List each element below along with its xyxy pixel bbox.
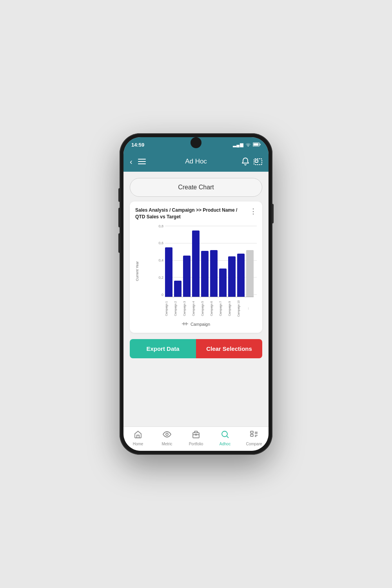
nav-right-actions (242, 158, 262, 165)
x-axis-label: Campaign 4 (192, 299, 200, 318)
tab-adhoc-label: Adhoc (220, 442, 230, 446)
x-axis-label: Campaign 10 (237, 299, 245, 318)
x-axis-label: Campaign 7 (219, 299, 227, 318)
camera-notch (191, 137, 201, 148)
legend-label: Campaign (191, 322, 210, 327)
bar-item[interactable] (228, 224, 236, 297)
notification-button[interactable] (242, 158, 249, 165)
svg-rect-16 (250, 431, 253, 433)
x-axis-label: Campaign 5 (201, 299, 209, 318)
bar-item[interactable] (219, 224, 227, 297)
export-data-button[interactable]: Export Data (130, 339, 196, 358)
x-axis-label: Campaign 1 (165, 299, 172, 318)
phone-frame: 14:59 ▂▄▆ (120, 133, 272, 455)
tab-metric-label: Metric (162, 442, 172, 446)
bar-item[interactable] (210, 224, 218, 297)
x-axis-label: ... (246, 299, 254, 318)
menu-button[interactable] (138, 159, 146, 164)
volume-up-btn[interactable] (118, 188, 120, 202)
power-btn[interactable] (272, 204, 274, 223)
svg-line-15 (227, 436, 229, 438)
y-axis-label: Current Year (135, 224, 139, 318)
svg-point-14 (222, 431, 227, 437)
tab-portfolio[interactable]: Portfolio (181, 430, 211, 446)
create-chart-button[interactable]: Create Chart (130, 178, 262, 197)
bar-item[interactable] (165, 224, 172, 297)
tab-metric[interactable]: Metric (152, 430, 181, 446)
wifi-icon (245, 142, 251, 148)
eye-icon (163, 430, 171, 441)
screenshot-button[interactable] (254, 158, 262, 165)
clear-selections-button[interactable]: Clear Selections (196, 339, 262, 358)
tab-home[interactable]: Home (123, 430, 152, 446)
chart-header: Sales Analysis / Campaign >> Product Nam… (135, 207, 257, 220)
bar-item[interactable] (246, 224, 254, 297)
x-labels: Campaign 1Campaign 2Campaign 3Campaign 4… (165, 299, 254, 318)
chart-plot: 0,8 0,6 0,4 0,2 0 (141, 224, 257, 297)
home-icon (134, 430, 142, 441)
battery-icon (253, 142, 261, 148)
action-buttons: Export Data Clear Selections (130, 339, 262, 358)
page-title: Ad Hoc (185, 158, 207, 165)
navigation-bar: ‹ Ad Hoc (123, 151, 269, 172)
svg-rect-4 (255, 160, 258, 162)
tab-home-label: Home (133, 442, 143, 446)
status-time: 14:59 (131, 142, 144, 148)
svg-point-10 (166, 433, 168, 436)
chart-options-button[interactable]: ⋮ (247, 207, 257, 216)
x-axis (165, 297, 254, 297)
bar-item[interactable] (237, 224, 245, 297)
x-axis-label: Campaign 6 (210, 299, 218, 318)
nav-left-actions: ‹ (130, 157, 146, 166)
volume-down-btn[interactable] (118, 208, 120, 227)
svg-rect-1 (260, 143, 261, 145)
bar-item[interactable] (201, 224, 209, 297)
x-axis-label: Campaign 9 (228, 299, 236, 318)
compare-icon (250, 430, 258, 441)
tab-portfolio-label: Portfolio (189, 442, 203, 446)
bar-item[interactable] (174, 224, 181, 297)
tab-adhoc[interactable]: Adhoc (211, 430, 240, 446)
bar-item[interactable] (183, 224, 191, 297)
chart-card: Sales Analysis / Campaign >> Product Nam… (130, 201, 262, 333)
bar-item[interactable] (192, 224, 200, 297)
back-button[interactable]: ‹ (130, 157, 132, 166)
status-icons: ▂▄▆ (233, 142, 261, 148)
bars-container (165, 224, 254, 297)
tab-compare[interactable]: Compare (240, 430, 269, 446)
silent-btn[interactable] (118, 233, 120, 253)
chart-title: Sales Analysis / Campaign >> Product Nam… (135, 207, 247, 220)
phone-screen: 14:59 ▂▄▆ (123, 137, 269, 451)
main-content: Create Chart Sales Analysis / Campaign >… (123, 172, 269, 426)
tab-compare-label: Compare (246, 442, 262, 446)
search-icon (221, 430, 229, 441)
x-axis-label: Campaign 3 (183, 299, 191, 318)
x-axis-label: Campaign 2 (174, 299, 181, 318)
bottom-navigation: Home Metric (123, 426, 269, 451)
chart-legend: Campaign (135, 321, 257, 327)
svg-rect-17 (250, 434, 253, 436)
legend-icon (182, 321, 188, 327)
svg-rect-2 (254, 143, 259, 145)
chart-area: Current Year 0,8 0,6 0,4 0,2 0 (135, 224, 257, 318)
portfolio-icon (192, 430, 200, 441)
chart-inner: 0,8 0,6 0,4 0,2 0 Campaig (141, 224, 257, 318)
signal-icon: ▂▄▆ (233, 142, 243, 147)
svg-rect-13 (195, 434, 197, 436)
